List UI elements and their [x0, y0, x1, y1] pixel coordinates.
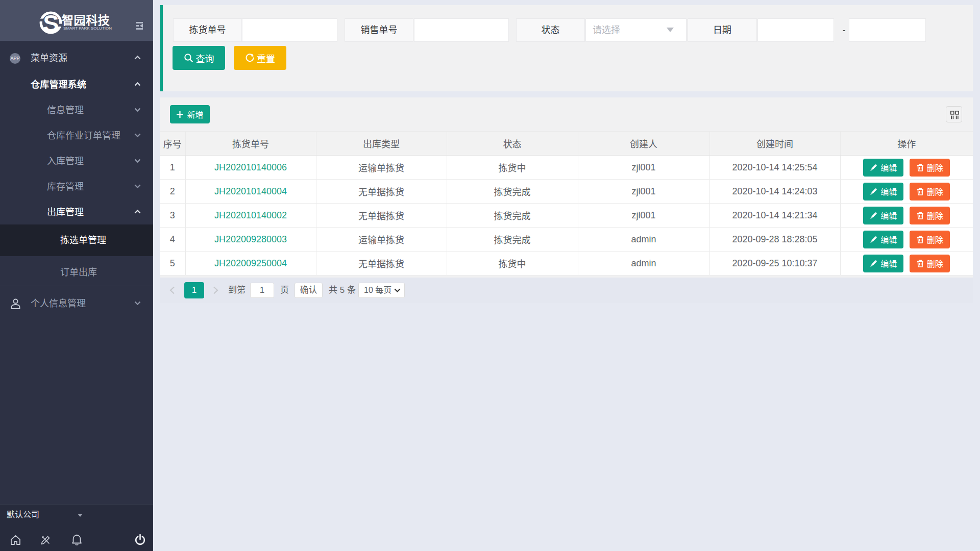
- svg-text:S: S: [43, 10, 59, 35]
